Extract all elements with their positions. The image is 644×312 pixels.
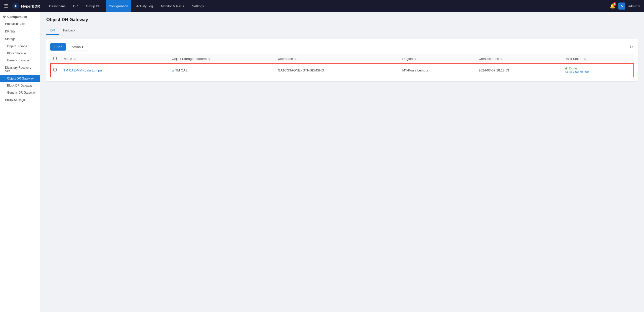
status-dot-icon [565, 67, 567, 69]
svg-point-1 [15, 5, 16, 7]
hamburger-icon[interactable]: ☰ [4, 3, 8, 9]
sidebar-item-block-dr-gateway[interactable]: Block DR Gateway [0, 82, 40, 89]
row-platform-cell: α TM CAE [169, 63, 275, 77]
nav-configuration[interactable]: Configuration [106, 0, 131, 12]
refresh-button[interactable]: ↻ [629, 44, 634, 50]
row-creation-time-cell: 2024-03-07 18:18:53 [476, 63, 562, 77]
user-chevron-icon: ▾ [638, 4, 640, 8]
select-all-checkbox[interactable] [53, 57, 57, 60]
action-button[interactable]: Action ▾ [68, 43, 87, 51]
nav-settings[interactable]: Settings [189, 0, 207, 12]
sidebar-item-storage[interactable]: Storage [0, 35, 40, 43]
sidebar-item-generic-storage[interactable]: Generic Storage [0, 57, 40, 64]
main-content: Object DR Gateway DR Failback + Add Acti… [40, 12, 644, 312]
logo-icon [12, 3, 19, 10]
sidebar-item-production-site[interactable]: Production Site [0, 20, 40, 28]
nav-dr[interactable]: DR [70, 0, 81, 12]
sidebar-item-generic-dr-gateway[interactable]: Generic DR Gateway [0, 89, 40, 96]
sort-creation-icon: ⇅ [500, 57, 503, 60]
top-nav: ☰ HyperBDR Dashboard DR Group DR Configu… [0, 0, 644, 12]
row-username-cell: GATCG3AGNEXGTNGDMSHG [275, 63, 399, 77]
data-table: Name ⇅ Object Storage Platform ⇅ Usernam… [50, 54, 634, 77]
sidebar-item-policy-settings[interactable]: Policy Settings [0, 96, 40, 104]
col-creation-time[interactable]: Creation Time ⇅ [476, 54, 562, 63]
status-details-link[interactable]: >Click for details [565, 70, 589, 74]
nav-monitor-alerts[interactable]: Monitor & Alerts [158, 0, 187, 12]
avatar: A [618, 3, 625, 10]
alpha-icon: α [172, 68, 174, 72]
sidebar-item-dr-site[interactable]: DR Site [0, 28, 40, 35]
tab-dr[interactable]: DR [46, 26, 59, 35]
row-name-cell: TM CAE-MY-Kuala Lumpur [60, 63, 169, 77]
user-menu[interactable]: admin ▾ [628, 4, 640, 8]
select-all-header [50, 54, 60, 63]
sidebar-item-block-storage[interactable]: Block Storage [0, 50, 40, 57]
page-title: Object DR Gateway [46, 17, 638, 22]
col-task-status[interactable]: Task Status ⇅ [562, 54, 634, 63]
platform-label: TM CAE [175, 68, 188, 72]
status-label: Done [569, 66, 577, 70]
action-chevron-icon: ▾ [82, 45, 84, 49]
main-layout: ⚙ Configuration Production Site DR Site … [0, 12, 644, 312]
gear-icon: ⚙ [3, 15, 6, 19]
notification-bell[interactable]: 🔔 1 [610, 3, 615, 9]
row-region-cell: MY-Kuala Lumpur [399, 63, 476, 77]
toolbar: + Add Action ▾ ↻ [50, 43, 634, 51]
sidebar: ⚙ Configuration Production Site DR Site … [0, 12, 40, 312]
platform-content: α TM CAE [172, 68, 272, 72]
row-name-link[interactable]: TM CAE-MY-Kuala Lumpur [63, 68, 103, 72]
tabs: DR Failback [46, 26, 638, 35]
col-name[interactable]: Name ⇅ [60, 54, 169, 63]
sort-region-icon: ⇅ [414, 57, 416, 60]
logo-text: HyperBDR [21, 4, 40, 8]
username-label: admin [628, 4, 637, 8]
sidebar-item-disastery-recovery-site[interactable]: Disastery Recovery Site [0, 64, 40, 75]
sort-name-icon: ⇅ [73, 57, 76, 60]
sidebar-item-object-dr-gateway[interactable]: Object DR Gateway [0, 75, 40, 82]
sidebar-section-header: ⚙ Configuration [0, 12, 40, 20]
app-logo: HyperBDR [12, 3, 40, 10]
nav-dashboard[interactable]: Dashboard [46, 0, 68, 12]
sidebar-item-object-storage[interactable]: Object Storage [0, 43, 40, 50]
nav-right: 🔔 1 A admin ▾ [610, 3, 640, 10]
sort-username-icon: ⇅ [294, 57, 297, 60]
table-row: TM CAE-MY-Kuala Lumpur α TM CAE GATCG3AG… [50, 63, 634, 77]
notification-badge: 1 [613, 2, 616, 6]
nav-group-dr[interactable]: Group DR [83, 0, 104, 12]
sidebar-section-label: Configuration [7, 15, 27, 19]
row-checkbox-cell [50, 63, 60, 77]
col-username[interactable]: Username ⇅ [275, 54, 399, 63]
nav-activity-log[interactable]: Activity Log [133, 0, 156, 12]
tab-failback[interactable]: Failback [59, 26, 79, 35]
add-button[interactable]: + Add [50, 43, 66, 51]
row-checkbox[interactable] [53, 68, 57, 71]
sort-status-icon: ⇅ [584, 57, 586, 60]
col-platform[interactable]: Object Storage Platform ⇅ [169, 54, 275, 63]
table-card: + Add Action ▾ ↻ Name [46, 39, 638, 81]
sort-platform-icon: ⇅ [208, 57, 210, 60]
col-region[interactable]: Region ⇅ [399, 54, 476, 63]
row-status-cell: Done >Click for details [562, 63, 634, 77]
action-label: Action [72, 45, 81, 49]
